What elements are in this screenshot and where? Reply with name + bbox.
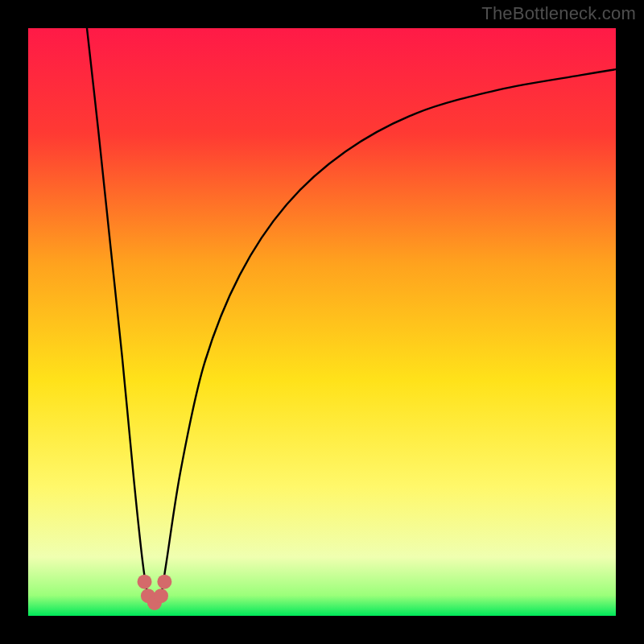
min-marker (154, 588, 168, 603)
min-marker (157, 575, 171, 589)
min-marker (138, 575, 152, 589)
chart-frame: TheBottleneck.com (0, 0, 644, 644)
gradient-background (28, 28, 616, 616)
watermark-text: TheBottleneck.com (481, 3, 636, 24)
plot-area (28, 28, 616, 616)
plot-svg (28, 28, 616, 616)
